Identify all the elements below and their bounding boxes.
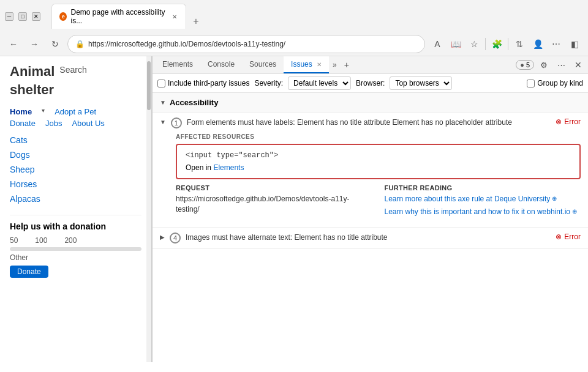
animal-dogs[interactable]: Dogs — [10, 147, 141, 162]
minimize-button[interactable]: ─ — [5, 12, 13, 21]
devtools-panel: Elements Console Sources Issues ✕ » + ● … — [152, 56, 588, 362]
open-in-elements-link[interactable]: Elements — [213, 163, 244, 172]
severity-dropdown[interactable]: Default levels — [288, 76, 351, 90]
nav-row-2: Donate Jobs About Us — [10, 119, 141, 128]
new-tab-button[interactable]: + — [189, 14, 203, 29]
accessibility-section-header[interactable]: ▼ Accessibility — [153, 93, 588, 113]
read-aloud-icon[interactable]: A — [429, 35, 446, 53]
nav-home[interactable]: Home — [10, 107, 32, 116]
issue-2-header[interactable]: ▶ 4 Images must have alternate text: Ele… — [153, 228, 588, 248]
group-by-label: Group by kind — [537, 79, 583, 87]
profile-icon[interactable]: 👤 — [529, 35, 546, 53]
animal-list: Cats Dogs Sheep Horses Alpacas — [10, 133, 141, 206]
close-button[interactable]: ✕ — [32, 12, 40, 21]
further-link-2[interactable]: Learn why this is important and how to f… — [385, 207, 581, 217]
further-reading-label: FURTHER READING — [385, 184, 581, 192]
devtools-settings-icon[interactable]: ⚙ — [537, 58, 551, 72]
browser-toolbar: A 📖 ☆ 🧩 ⇅ 👤 ⋯ ◧ — [429, 35, 583, 53]
further-link-2-text: Learn why this is important and how to f… — [385, 207, 571, 217]
issue-item-1: ▼ 1 Form elements must have labels: Elem… — [153, 113, 588, 228]
donation-section: Help us with a donation 50 100 200 Other… — [10, 215, 141, 278]
animal-horses[interactable]: Horses — [10, 177, 141, 192]
tab-sources[interactable]: Sources — [242, 56, 284, 73]
animal-sheep[interactable]: Sheep — [10, 162, 141, 177]
title-line1: Animal — [10, 64, 55, 80]
issue-2-text: Images must have alternate text: Element… — [186, 232, 551, 243]
favorites-icon[interactable]: ☆ — [466, 35, 483, 53]
refresh-button[interactable]: ↻ — [47, 35, 64, 53]
issue-1-expanded: AFFECTED RESOURCES <input type="search">… — [153, 133, 588, 227]
search-label: Search — [59, 65, 86, 75]
issue-1-header[interactable]: ▼ 1 Form elements must have labels: Elem… — [153, 113, 588, 133]
issues-dot: ● — [520, 61, 524, 69]
issue-1-badge-text: Error — [564, 117, 581, 126]
nav-adopt[interactable]: Adopt a Pet — [55, 107, 96, 116]
share-icon[interactable]: ⇅ — [511, 35, 528, 53]
browser-chrome: ─ □ ✕ e Demo page with accessibility is.… — [0, 0, 588, 56]
code-box: <input type="search"> Open in Elements — [176, 144, 581, 179]
address-bar-row: ← → ↻ 🔒 https://microsoftedge.github.io/… — [0, 32, 588, 56]
external-link-icon-1: ⊕ — [552, 195, 557, 203]
issue-2-badge-text: Error — [564, 232, 581, 241]
issue-1-expand-icon: ▼ — [160, 119, 166, 125]
more-tabs-button[interactable]: » — [329, 58, 341, 72]
nav-donate[interactable]: Donate — [10, 119, 36, 128]
title-line2: shelter — [10, 82, 55, 98]
amount-200: 200 — [64, 236, 77, 245]
accessibility-label: Accessibility — [170, 98, 219, 107]
toolbar-separator — [485, 38, 486, 50]
issue-2-expand-icon: ▶ — [160, 234, 165, 240]
devtools-tabs: Elements Console Sources Issues ✕ » + ● … — [153, 56, 588, 74]
tab-elements[interactable]: Elements — [155, 56, 200, 73]
third-party-label: Include third-party issues — [168, 79, 249, 87]
back-button[interactable]: ← — [5, 35, 22, 53]
request-label: REQUEST — [176, 184, 372, 192]
open-in-elements: Open in Elements — [186, 163, 571, 172]
third-party-checkbox-label[interactable]: Include third-party issues — [157, 79, 249, 87]
issue-item-2: ▶ 4 Images must have alternate text: Ele… — [153, 228, 588, 249]
nav-jobs[interactable]: Jobs — [45, 119, 62, 128]
donation-bar-container — [10, 247, 141, 251]
tab-title: Demo page with accessibility is... — [70, 8, 167, 25]
further-link-1[interactable]: Learn more about this axe rule at Deque … — [385, 194, 581, 204]
tab-close-button[interactable]: ✕ — [171, 12, 178, 21]
issue-1-badge: ⊗ Error — [556, 117, 581, 126]
group-by-checkbox[interactable] — [527, 80, 535, 87]
tab-issues[interactable]: Issues ✕ — [284, 56, 329, 73]
animal-cats[interactable]: Cats — [10, 133, 141, 147]
other-label: Other — [10, 253, 141, 262]
scrollbar[interactable] — [146, 56, 151, 362]
add-tab-button[interactable]: + — [341, 58, 353, 72]
donation-amounts: 50 100 200 — [10, 236, 141, 245]
devtools-more-icon[interactable]: ⋯ — [554, 58, 568, 72]
animal-alpacas[interactable]: Alpacas — [10, 192, 141, 206]
maximize-button[interactable]: □ — [18, 12, 27, 21]
third-party-checkbox[interactable] — [157, 80, 165, 87]
nav-about[interactable]: About Us — [72, 119, 104, 128]
tab-bar: e Demo page with accessibility is... ✕ + — [47, 4, 208, 29]
issues-content: ▼ Accessibility ▼ 1 Form elements must h… — [153, 93, 588, 362]
issue-1-number: 1 — [171, 117, 182, 128]
address-bar[interactable]: 🔒 https://microsoftedge.github.io/Demos/… — [67, 35, 425, 53]
devtools-close-button[interactable]: ✕ — [571, 58, 586, 72]
issues-tab-close[interactable]: ✕ — [317, 61, 322, 68]
forward-button[interactable]: → — [26, 35, 43, 53]
donation-bar — [10, 247, 141, 251]
nav-arrow: ▾ — [42, 107, 45, 116]
donate-button[interactable]: Donate — [10, 266, 48, 278]
issue-2-number: 4 — [170, 232, 181, 244]
immersive-reader-icon[interactable]: 📖 — [447, 35, 464, 53]
amount-100: 100 — [35, 236, 47, 245]
settings-more-icon[interactable]: ⋯ — [548, 35, 565, 53]
extensions-icon[interactable]: 🧩 — [488, 35, 505, 53]
tab-console[interactable]: Console — [200, 56, 242, 73]
issues-badge[interactable]: ● 5 — [516, 60, 534, 70]
main-layout: Animal shelter Search Home ▾ Adopt a Pet… — [0, 56, 588, 362]
browser-dropdown[interactable]: Top browsers — [390, 76, 452, 90]
browser-tab[interactable]: e Demo page with accessibility is... ✕ — [51, 4, 186, 29]
donation-title: Help us with a donation — [10, 221, 141, 231]
request-col: REQUEST https://microsoftedge.github.io/… — [176, 184, 372, 220]
browser-label: Browser: — [356, 79, 385, 87]
issues-count: 5 — [526, 61, 530, 69]
sidebar-icon[interactable]: ◧ — [566, 35, 583, 53]
